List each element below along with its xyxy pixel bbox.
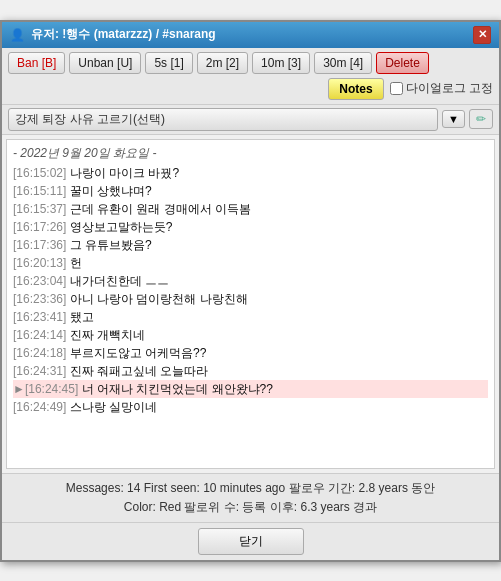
chat-message: [16:17:26] 영상보고말하는듯?	[13, 218, 488, 236]
notes-button[interactable]: Notes	[328, 78, 383, 100]
chat-timestamp: ►[16:24:45]	[13, 382, 78, 396]
chat-text: 영상보고말하는듯?	[66, 220, 172, 234]
twom-button[interactable]: 2m [2]	[197, 52, 248, 74]
chat-text: 아니 나랑아 덤이랑천해 나랑친해	[66, 292, 247, 306]
chat-message: [16:23:04] 내가더친한데 ㅡㅡ	[13, 272, 488, 290]
chat-timestamp: [16:23:36]	[13, 292, 66, 306]
edit-button[interactable]: ✏	[469, 109, 493, 129]
dialog-pin-label: 다이얼로그 고정	[390, 80, 493, 97]
chat-area: - 2022년 9월 20일 화요일 - [16:15:02] 나랑이 마이크 …	[6, 139, 495, 469]
unban-button[interactable]: Unban [U]	[69, 52, 141, 74]
chat-timestamp: [16:24:14]	[13, 328, 66, 342]
chat-date: - 2022년 9월 20일 화요일 -	[13, 144, 488, 162]
fives-button[interactable]: 5s [1]	[145, 52, 192, 74]
close-window-button[interactable]: 닫기	[198, 528, 304, 555]
chat-message: [16:24:14] 진짜 개빽치네	[13, 326, 488, 344]
chat-message: [16:15:11] 꿀미 상했냐며?	[13, 182, 488, 200]
chat-message: [16:24:49] 스나랑 실망이네	[13, 398, 488, 416]
chat-timestamp: [16:23:41]	[13, 310, 66, 324]
chat-text: 근데 유환이 원래 경매에서 이득봄	[66, 202, 251, 216]
chat-timestamp: [16:23:04]	[13, 274, 66, 288]
title-bar: 👤 유저: !행수 (matarzzz) / #snarang ✕	[2, 22, 499, 48]
chat-text: 꿀미 상했냐며?	[66, 184, 151, 198]
chat-text: 그 유튜브봤음?	[66, 238, 151, 252]
dialog-pin-checkbox[interactable]	[390, 82, 403, 95]
footer-bar: 닫기	[2, 522, 499, 560]
chat-timestamp: [16:17:26]	[13, 220, 66, 234]
chat-message: [16:15:02] 나랑이 마이크 바꿨?	[13, 164, 488, 182]
title-bar-left: 👤 유저: !행수 (matarzzz) / #snarang	[10, 26, 216, 43]
status-bar: Messages: 14 First seen: 10 minutes ago …	[2, 473, 499, 522]
chat-message: ►[16:24:45] 너 어재나 치킨먹었는데 왜안왔냐??	[13, 380, 488, 398]
chat-message: [16:23:36] 아니 나랑아 덤이랑천해 나랑친해	[13, 290, 488, 308]
chat-lines-container: [16:15:02] 나랑이 마이크 바꿨?[16:15:11] 꿀미 상했냐며…	[13, 164, 488, 416]
chat-message: [16:24:18] 부르지도않고 어케먹음??	[13, 344, 488, 362]
chat-timestamp: [16:17:36]	[13, 238, 66, 252]
title-icon: 👤	[10, 28, 25, 42]
chat-timestamp: [16:15:37]	[13, 202, 66, 216]
chat-timestamp: [16:24:49]	[13, 400, 66, 414]
chat-message: [16:23:41] 됐고	[13, 308, 488, 326]
ban-button[interactable]: Ban [B]	[8, 52, 65, 74]
status-line2: Color: Red 팔로위 수: 등록 이후: 6.3 years 경과	[10, 499, 491, 516]
toolbar-row2: 강제 퇴장 사유 고르기(선택) ▼ ✏	[2, 105, 499, 135]
chat-text: 너 어재나 치킨먹었는데 왜안왔냐??	[78, 382, 273, 396]
chat-text: 진짜 개빽치네	[66, 328, 145, 342]
notes-area: Notes 다이얼로그 고정	[328, 78, 493, 100]
chat-message: [16:24:31] 진짜 줘패고싶네 오늘따라	[13, 362, 488, 380]
tenm-button[interactable]: 10m [3]	[252, 52, 310, 74]
chat-text: 진짜 줘패고싶네 오늘따라	[66, 364, 208, 378]
close-button[interactable]: ✕	[473, 26, 491, 44]
chat-text: 나랑이 마이크 바꿨?	[66, 166, 179, 180]
chat-text: 내가더친한데 ㅡㅡ	[66, 274, 169, 288]
delete-button[interactable]: Delete	[376, 52, 429, 74]
dropdown-button[interactable]: ▼	[442, 110, 465, 128]
chat-text: 됐고	[66, 310, 93, 324]
main-window: 👤 유저: !행수 (matarzzz) / #snarang ✕ Ban [B…	[0, 20, 501, 562]
chat-timestamp: [16:20:13]	[13, 256, 66, 270]
reason-label: 강제 퇴장 사유 고르기(선택)	[8, 108, 438, 131]
chat-message: [16:15:37] 근데 유환이 원래 경매에서 이득봄	[13, 200, 488, 218]
chat-text: 헌	[66, 256, 81, 270]
chat-timestamp: [16:15:02]	[13, 166, 66, 180]
chat-message: [16:17:36] 그 유튜브봤음?	[13, 236, 488, 254]
toolbar-row1: Ban [B] Unban [U] 5s [1] 2m [2] 10m [3] …	[2, 48, 499, 105]
chat-timestamp: [16:24:18]	[13, 346, 66, 360]
window-title: 유저: !행수 (matarzzz) / #snarang	[31, 26, 216, 43]
chat-timestamp: [16:24:31]	[13, 364, 66, 378]
chat-message: [16:20:13] 헌	[13, 254, 488, 272]
thirtym-button[interactable]: 30m [4]	[314, 52, 372, 74]
chat-text: 스나랑 실망이네	[66, 400, 157, 414]
chat-text: 부르지도않고 어케먹음??	[66, 346, 206, 360]
status-line1: Messages: 14 First seen: 10 minutes ago …	[10, 480, 491, 497]
chat-timestamp: [16:15:11]	[13, 184, 66, 198]
